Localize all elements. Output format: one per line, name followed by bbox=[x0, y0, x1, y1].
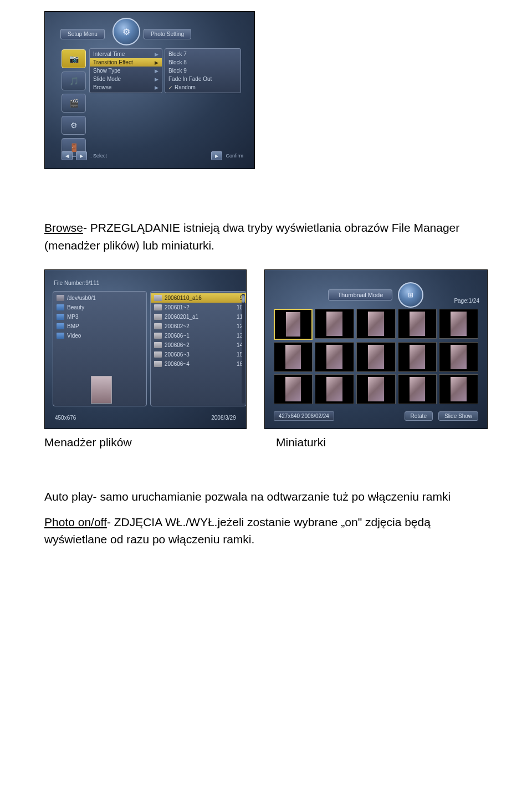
fm-date: 2008/3/29 bbox=[211, 415, 236, 421]
menu-show-type: Show Type▶ bbox=[90, 67, 162, 75]
device-icon bbox=[57, 295, 64, 301]
scrollbar bbox=[242, 294, 245, 404]
image-file-icon bbox=[154, 342, 162, 348]
menu-interval-time: Interval Time▶ bbox=[90, 50, 162, 58]
menu-right-column: Block 7 Block 8 Block 9 Fade In Fade Out… bbox=[165, 48, 241, 93]
folder-icon bbox=[57, 333, 64, 339]
sidebar-music-icon: 🎵 bbox=[62, 72, 86, 90]
caption-row: Menadżer plików Miniaturki bbox=[44, 436, 488, 449]
submenu-block8: Block 8 bbox=[165, 58, 241, 67]
thumbnail-cell bbox=[315, 342, 354, 372]
nav-select-label: : Select bbox=[90, 153, 107, 159]
scroll-thumb bbox=[242, 295, 245, 303]
thumbnail-cell bbox=[315, 309, 354, 339]
slideshow-button: Slide Show bbox=[438, 411, 478, 421]
fm-file-row: 200606~214 bbox=[151, 340, 246, 350]
file-manager-screenshot: File Number:9/111 /dev/usb0/1 Beauty MP3… bbox=[44, 269, 247, 429]
nav-confirm-label: Confirm bbox=[226, 153, 243, 159]
fm-file-row: 200602~212 bbox=[151, 322, 246, 331]
header-bar: Setup Menu ⚙ Photo Setting bbox=[60, 27, 243, 40]
sidebar-photo-icon: 📷 bbox=[62, 49, 86, 68]
menu-slide-mode: Slide Mode▶ bbox=[90, 75, 162, 83]
para-autoplay: Auto play- samo uruchamianie pozwala na … bbox=[44, 488, 488, 506]
caption-thumbnails: Miniaturki bbox=[254, 436, 488, 449]
thumbnail-grid bbox=[274, 309, 478, 404]
thumbnail-cell bbox=[356, 342, 396, 372]
fm-file-row: 20060201_a111 bbox=[151, 312, 246, 322]
thumbnail-mode-screenshot: Thumbnail Mode ⊞ Page:1/24 bbox=[264, 269, 488, 429]
fm-row-device: /dev/usb0/1 bbox=[53, 293, 146, 303]
thumbnail-cell bbox=[398, 342, 437, 372]
rotate-button: Rotate bbox=[405, 411, 433, 421]
image-file-icon bbox=[154, 361, 162, 367]
thumbnail-cell bbox=[274, 374, 313, 404]
image-file-icon bbox=[154, 333, 162, 339]
thumbnail-cell bbox=[356, 374, 396, 404]
fm-row-folder: Video bbox=[53, 331, 146, 340]
image-file-icon bbox=[154, 304, 162, 310]
tn-status-bar: 427x640 2006/02/24 Rotate Slide Show bbox=[274, 411, 478, 421]
gear-emblem-icon: ⚙ bbox=[112, 18, 140, 45]
sidebar-video-icon: 🎬 bbox=[62, 94, 86, 113]
term-browse: Browse bbox=[44, 221, 83, 234]
fm-file-row: 20060110_a169 bbox=[151, 293, 246, 303]
fm-file-row: 200606~113 bbox=[151, 331, 246, 340]
tab-setup-menu: Setup Menu bbox=[60, 29, 105, 39]
para-browse: Browse- PRZEGLĄDANIE istnieją dwa tryby … bbox=[44, 219, 488, 254]
fm-row-folder: BMP bbox=[53, 322, 146, 331]
fm-status-bar: 450x676 2008/3/29 bbox=[55, 415, 236, 421]
body-text-lower: Auto play- samo uruchamianie pozwala na … bbox=[44, 488, 488, 548]
image-file-icon bbox=[154, 314, 162, 320]
arrow-right-icon: ▶ bbox=[155, 85, 158, 90]
arrow-right-icon: ▶ bbox=[155, 52, 158, 57]
tn-info: 427x640 2006/02/24 bbox=[274, 411, 334, 421]
thumbnail-cell bbox=[315, 374, 354, 404]
submenu-block9: Block 9 bbox=[165, 67, 241, 75]
menu-browse: Browse▶ bbox=[90, 83, 162, 91]
thumbnail-cell bbox=[356, 309, 396, 339]
fm-dimensions: 450x676 bbox=[55, 415, 76, 421]
thumbnail-cell bbox=[398, 309, 437, 339]
preview-thumbnail bbox=[91, 376, 112, 404]
nav-right-icon: ▶ bbox=[76, 151, 87, 160]
arrow-right-icon: ▶ bbox=[155, 68, 158, 74]
nav-confirm-icon: ▶ bbox=[211, 151, 222, 160]
fm-file-row: 200606~315 bbox=[151, 350, 246, 359]
fm-row-folder: Beauty bbox=[53, 303, 146, 312]
submenu-block7: Block 7 bbox=[165, 50, 241, 58]
arrow-right-icon: ▶ bbox=[155, 60, 158, 65]
image-file-icon bbox=[154, 295, 162, 301]
fm-file-row: 200606~416 bbox=[151, 359, 246, 369]
body-text: Browse- PRZEGLĄDANIE istnieją dwa tryby … bbox=[44, 219, 488, 254]
setup-menu-screenshot: Setup Menu ⚙ Photo Setting 📷 🎵 🎬 ⚙ 🚪 Int… bbox=[44, 11, 255, 169]
tn-title: Thumbnail Mode bbox=[328, 289, 392, 300]
check-icon: ✓ bbox=[168, 85, 173, 90]
sidebar-icons: 📷 🎵 🎬 ⚙ 🚪 bbox=[62, 49, 86, 157]
caption-file-manager: Menadżer plików bbox=[44, 436, 254, 449]
bottom-nav-bar: ◀ ▶ : Select ▶ Confirm bbox=[62, 151, 243, 161]
fm-right-panel: 20060110_a169 200601~210 20060201_a111 2… bbox=[150, 291, 247, 406]
submenu-fade: Fade In Fade Out bbox=[165, 75, 241, 83]
image-file-icon bbox=[154, 323, 162, 329]
tab-photo-setting: Photo Setting bbox=[144, 29, 191, 39]
sidebar-settings-icon: ⚙ bbox=[62, 116, 86, 135]
menu-left-column: Interval Time▶ Transition Effect▶ Show T… bbox=[89, 48, 162, 93]
screenshot-row: File Number:9/111 /dev/usb0/1 Beauty MP3… bbox=[44, 269, 488, 429]
image-file-icon bbox=[154, 351, 162, 358]
term-photo-onoff: Photo on/off bbox=[44, 516, 107, 528]
thumbnail-cell bbox=[398, 374, 437, 404]
thumbnail-cell bbox=[439, 374, 478, 404]
menu-transition-effect: Transition Effect▶ bbox=[90, 58, 162, 67]
folder-icon bbox=[57, 314, 64, 320]
tn-page-label: Page:1/24 bbox=[454, 298, 479, 304]
folder-icon bbox=[57, 304, 64, 310]
folder-icon bbox=[57, 323, 64, 329]
fm-file-row: 200601~210 bbox=[151, 303, 246, 312]
fm-left-panel: /dev/usb0/1 Beauty MP3 BMP Video bbox=[53, 291, 147, 406]
tn-header: Thumbnail Mode ⊞ bbox=[265, 282, 487, 308]
thumbnail-cell bbox=[274, 309, 313, 340]
thumbnail-cell bbox=[439, 342, 478, 372]
fm-row-folder: MP3 bbox=[53, 312, 146, 322]
para-photo-onoff: Photo on/off- ZDJĘCIA WŁ./WYŁ.jeżeli zos… bbox=[44, 513, 488, 548]
nav-left-icon: ◀ bbox=[62, 151, 73, 160]
